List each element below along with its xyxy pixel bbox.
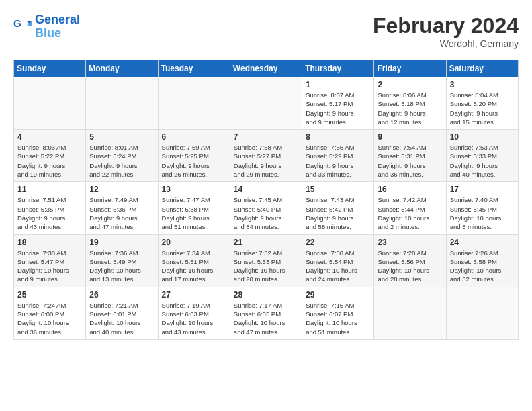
- day-info: Sunrise: 7:19 AM Sunset: 6:03 PM Dayligh…: [162, 301, 226, 336]
- day-info: Sunrise: 8:01 AM Sunset: 5:24 PM Dayligh…: [89, 143, 154, 179]
- weekday-header: Saturday: [446, 60, 518, 77]
- calendar-cell: 13Sunrise: 7:47 AM Sunset: 5:38 PM Dayli…: [158, 182, 230, 234]
- calendar-cell: 4Sunrise: 8:03 AM Sunset: 5:22 PM Daylig…: [14, 130, 86, 182]
- day-info: Sunrise: 7:24 AM Sunset: 6:00 PM Dayligh…: [17, 301, 82, 336]
- page-header: G GeneralBlue February 2024 Werdohl, Ger…: [13, 13, 519, 49]
- day-number: 12: [89, 185, 154, 194]
- day-number: 22: [306, 238, 370, 247]
- calendar-cell: [86, 77, 158, 130]
- logo-icon: G: [13, 17, 32, 36]
- day-info: Sunrise: 8:03 AM Sunset: 5:22 PM Dayligh…: [17, 143, 82, 179]
- day-info: Sunrise: 7:43 AM Sunset: 5:42 PM Dayligh…: [306, 195, 370, 231]
- calendar-week-row: 25Sunrise: 7:24 AM Sunset: 6:00 PM Dayli…: [14, 287, 519, 339]
- calendar-cell: 15Sunrise: 7:43 AM Sunset: 5:42 PM Dayli…: [302, 182, 374, 234]
- logo-text: GeneralBlue: [35, 13, 80, 40]
- calendar-cell: 14Sunrise: 7:45 AM Sunset: 5:40 PM Dayli…: [230, 182, 302, 234]
- calendar-cell: 18Sunrise: 7:38 AM Sunset: 5:47 PM Dayli…: [14, 234, 86, 287]
- calendar-cell: 29Sunrise: 7:15 AM Sunset: 6:07 PM Dayli…: [302, 287, 374, 339]
- calendar-cell: 3Sunrise: 8:04 AM Sunset: 5:20 PM Daylig…: [446, 77, 518, 130]
- weekday-header: Sunday: [14, 60, 86, 77]
- day-info: Sunrise: 8:07 AM Sunset: 5:17 PM Dayligh…: [306, 91, 370, 126]
- day-info: Sunrise: 7:56 AM Sunset: 5:29 PM Dayligh…: [306, 143, 370, 179]
- day-info: Sunrise: 7:36 AM Sunset: 5:49 PM Dayligh…: [89, 248, 154, 284]
- calendar-cell: 26Sunrise: 7:21 AM Sunset: 6:01 PM Dayli…: [86, 287, 158, 339]
- day-number: 24: [450, 238, 515, 247]
- day-info: Sunrise: 7:53 AM Sunset: 5:33 PM Dayligh…: [450, 143, 515, 179]
- day-info: Sunrise: 7:15 AM Sunset: 6:07 PM Dayligh…: [306, 301, 370, 336]
- calendar-cell: 17Sunrise: 7:40 AM Sunset: 5:45 PM Dayli…: [446, 182, 518, 234]
- day-number: 5: [89, 132, 154, 142]
- month-title: February 2024: [373, 13, 519, 38]
- day-number: 3: [450, 80, 515, 89]
- day-info: Sunrise: 7:49 AM Sunset: 5:36 PM Dayligh…: [89, 195, 154, 231]
- calendar-cell: 19Sunrise: 7:36 AM Sunset: 5:49 PM Dayli…: [86, 234, 158, 287]
- calendar-cell: [446, 287, 518, 339]
- day-number: 9: [378, 132, 442, 142]
- day-number: 2: [378, 80, 442, 89]
- day-info: Sunrise: 7:45 AM Sunset: 5:40 PM Dayligh…: [234, 195, 298, 231]
- weekday-header: Tuesday: [158, 60, 230, 77]
- calendar-cell: [374, 287, 446, 339]
- title-block: February 2024 Werdohl, Germany: [373, 13, 519, 49]
- day-number: 6: [162, 132, 226, 142]
- calendar-cell: 24Sunrise: 7:26 AM Sunset: 5:58 PM Dayli…: [446, 234, 518, 287]
- day-number: 13: [162, 185, 226, 194]
- day-number: 7: [234, 132, 298, 142]
- calendar-week-row: 1Sunrise: 8:07 AM Sunset: 5:17 PM Daylig…: [14, 77, 519, 130]
- day-info: Sunrise: 7:26 AM Sunset: 5:58 PM Dayligh…: [450, 248, 515, 284]
- day-info: Sunrise: 7:47 AM Sunset: 5:38 PM Dayligh…: [162, 195, 226, 231]
- weekday-header: Wednesday: [230, 60, 302, 77]
- calendar-cell: [158, 77, 230, 130]
- day-number: 19: [89, 238, 154, 247]
- calendar-cell: 28Sunrise: 7:17 AM Sunset: 6:05 PM Dayli…: [230, 287, 302, 339]
- calendar-cell: 8Sunrise: 7:56 AM Sunset: 5:29 PM Daylig…: [302, 130, 374, 182]
- day-info: Sunrise: 8:04 AM Sunset: 5:20 PM Dayligh…: [450, 91, 515, 126]
- calendar-cell: 25Sunrise: 7:24 AM Sunset: 6:00 PM Dayli…: [14, 287, 86, 339]
- calendar-cell: 12Sunrise: 7:49 AM Sunset: 5:36 PM Dayli…: [86, 182, 158, 234]
- day-info: Sunrise: 7:58 AM Sunset: 5:27 PM Dayligh…: [234, 143, 298, 179]
- calendar-cell: 21Sunrise: 7:32 AM Sunset: 5:53 PM Dayli…: [230, 234, 302, 287]
- calendar-week-row: 18Sunrise: 7:38 AM Sunset: 5:47 PM Dayli…: [14, 234, 519, 287]
- calendar-cell: 23Sunrise: 7:28 AM Sunset: 5:56 PM Dayli…: [374, 234, 446, 287]
- calendar-cell: 6Sunrise: 7:59 AM Sunset: 5:25 PM Daylig…: [158, 130, 230, 182]
- calendar-cell: 22Sunrise: 7:30 AM Sunset: 5:54 PM Dayli…: [302, 234, 374, 287]
- svg-text:G: G: [13, 17, 21, 29]
- day-number: 8: [306, 132, 370, 142]
- day-number: 14: [234, 185, 298, 194]
- day-info: Sunrise: 7:38 AM Sunset: 5:47 PM Dayligh…: [17, 248, 82, 284]
- day-number: 16: [378, 185, 442, 194]
- calendar-cell: [230, 77, 302, 130]
- day-info: Sunrise: 7:28 AM Sunset: 5:56 PM Dayligh…: [378, 248, 442, 284]
- day-number: 15: [306, 185, 370, 194]
- day-number: 10: [450, 132, 515, 142]
- day-info: Sunrise: 7:54 AM Sunset: 5:31 PM Dayligh…: [378, 143, 442, 179]
- day-info: Sunrise: 7:30 AM Sunset: 5:54 PM Dayligh…: [306, 248, 370, 284]
- day-info: Sunrise: 7:59 AM Sunset: 5:25 PM Dayligh…: [162, 143, 226, 179]
- logo: G GeneralBlue: [13, 13, 80, 40]
- day-info: Sunrise: 7:32 AM Sunset: 5:53 PM Dayligh…: [234, 248, 298, 284]
- day-number: 17: [450, 185, 515, 194]
- day-number: 11: [17, 185, 82, 194]
- calendar-table: SundayMondayTuesdayWednesdayThursdayFrid…: [13, 60, 519, 340]
- day-info: Sunrise: 8:06 AM Sunset: 5:18 PM Dayligh…: [378, 91, 442, 126]
- calendar-cell: 11Sunrise: 7:51 AM Sunset: 5:35 PM Dayli…: [14, 182, 86, 234]
- day-info: Sunrise: 7:51 AM Sunset: 5:35 PM Dayligh…: [17, 195, 82, 231]
- day-info: Sunrise: 7:40 AM Sunset: 5:45 PM Dayligh…: [450, 195, 515, 231]
- location-subtitle: Werdohl, Germany: [373, 38, 519, 49]
- day-number: 18: [17, 238, 82, 247]
- calendar-cell: 7Sunrise: 7:58 AM Sunset: 5:27 PM Daylig…: [230, 130, 302, 182]
- calendar-week-row: 4Sunrise: 8:03 AM Sunset: 5:22 PM Daylig…: [14, 130, 519, 182]
- calendar-cell: [14, 77, 86, 130]
- calendar-cell: 9Sunrise: 7:54 AM Sunset: 5:31 PM Daylig…: [374, 130, 446, 182]
- day-number: 26: [89, 290, 154, 300]
- day-number: 20: [162, 238, 226, 247]
- day-number: 4: [17, 132, 82, 142]
- calendar-week-row: 11Sunrise: 7:51 AM Sunset: 5:35 PM Dayli…: [14, 182, 519, 234]
- calendar-cell: 20Sunrise: 7:34 AM Sunset: 5:51 PM Dayli…: [158, 234, 230, 287]
- day-number: 21: [234, 238, 298, 247]
- day-number: 1: [306, 80, 370, 89]
- calendar-cell: 2Sunrise: 8:06 AM Sunset: 5:18 PM Daylig…: [374, 77, 446, 130]
- day-info: Sunrise: 7:34 AM Sunset: 5:51 PM Dayligh…: [162, 248, 226, 284]
- calendar-cell: 10Sunrise: 7:53 AM Sunset: 5:33 PM Dayli…: [446, 130, 518, 182]
- day-number: 25: [17, 290, 82, 300]
